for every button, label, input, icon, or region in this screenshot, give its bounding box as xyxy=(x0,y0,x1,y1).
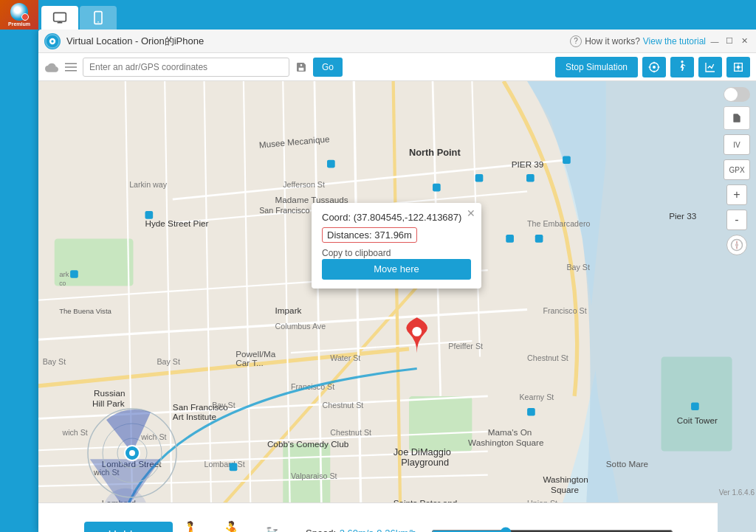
save-icon[interactable] xyxy=(294,60,309,75)
svg-rect-114 xyxy=(327,160,335,168)
coord-label: Coord: xyxy=(322,212,351,223)
target-mode-button[interactable] xyxy=(642,57,666,77)
maximize-button[interactable]: ☐ xyxy=(724,35,735,47)
svg-text:San Francisco: San Francisco xyxy=(259,206,309,215)
walk-mode-button[interactable]: 🚶 xyxy=(179,520,205,532)
jump-mode-button[interactable] xyxy=(726,57,750,77)
app-icon xyxy=(44,33,61,49)
svg-text:PIER 39: PIER 39 xyxy=(512,159,544,169)
svg-point-7 xyxy=(51,40,53,42)
run-mode-button[interactable]: 🏃 xyxy=(219,520,245,532)
gpx-label: GPX xyxy=(729,166,744,174)
svg-text:Columbus Ave: Columbus Ave xyxy=(275,322,326,331)
walk-icon: 🚶 xyxy=(179,520,205,532)
go-button[interactable]: Go xyxy=(313,58,343,77)
help-section[interactable]: ? How it works? View the tutorial xyxy=(570,35,706,47)
svg-text:Bay St: Bay St xyxy=(566,263,589,272)
help-text: How it works? xyxy=(585,36,640,46)
svg-point-17 xyxy=(681,61,683,63)
tutorial-link[interactable]: View the tutorial xyxy=(643,36,706,46)
svg-text:Bay St: Bay St xyxy=(157,357,180,366)
svg-rect-116 xyxy=(526,174,535,182)
popup-distance: Distances: 371.96m xyxy=(322,227,417,243)
svg-text:Pfeiffer St: Pfeiffer St xyxy=(448,342,483,350)
route-mode-button[interactable] xyxy=(698,57,722,77)
speed-ms: 2.60m/s xyxy=(340,528,374,533)
minimize-button[interactable]: — xyxy=(709,35,721,47)
popup-close-button[interactable]: ✕ xyxy=(467,207,475,219)
speed-slider[interactable] xyxy=(431,527,673,533)
zoom-in-button[interactable]: + xyxy=(726,184,747,205)
heading-circle xyxy=(84,405,180,501)
stop-simulation-button[interactable]: Stop Simulation xyxy=(555,57,638,77)
svg-text:Water St: Water St xyxy=(330,353,360,362)
run-icon: 🏃 xyxy=(219,520,245,532)
svg-text:Bay St: Bay St xyxy=(43,357,66,366)
svg-text:Chestnut St: Chestnut St xyxy=(527,353,568,362)
file-button[interactable] xyxy=(724,106,750,130)
svg-rect-126 xyxy=(691,402,699,410)
svg-text:ark: ark xyxy=(59,270,69,278)
gpx-button[interactable]: GPX xyxy=(724,159,750,180)
svg-point-112 xyxy=(412,327,422,336)
svg-text:Jefferson St: Jefferson St xyxy=(283,180,325,189)
svg-text:Bay St: Bay St xyxy=(212,401,235,410)
hold-on-button[interactable]: Hold on xyxy=(84,522,173,532)
premium-badge: Premium xyxy=(0,0,38,30)
tab-device[interactable] xyxy=(80,6,117,30)
svg-text:Coit Tower: Coit Tower xyxy=(677,415,718,425)
svg-text:The Buena Vista: The Buena Vista xyxy=(59,307,111,315)
close-button[interactable]: ✕ xyxy=(738,35,750,47)
move-here-button[interactable]: Move here xyxy=(322,259,471,280)
bike-mode-button[interactable]: 🚲 xyxy=(260,521,284,532)
svg-text:Cobb's Comedy Club: Cobb's Comedy Club xyxy=(267,439,349,449)
svg-text:The Embarcadero: The Embarcadero xyxy=(527,219,590,228)
popup-coordinate: Coord: (37.804545,-122.413687) xyxy=(322,212,471,223)
svg-rect-24 xyxy=(409,396,472,452)
svg-rect-125 xyxy=(527,408,535,416)
compass-button[interactable] xyxy=(726,235,747,255)
iv-label: IV xyxy=(733,141,740,149)
svg-point-18 xyxy=(737,66,740,69)
svg-text:co: co xyxy=(59,280,66,287)
window-title: Virtual Location - Orion的iPhone xyxy=(66,35,204,48)
coord-value: (37.804545,-122.413687) xyxy=(354,212,462,223)
svg-text:Francisco St: Francisco St xyxy=(543,306,586,315)
svg-point-12 xyxy=(653,66,656,69)
svg-text:Kearny St: Kearny St xyxy=(519,393,554,401)
location-popup: ✕ Coord: (37.804545,-122.413687) Distanc… xyxy=(312,203,481,289)
svg-text:Valparaiso St: Valparaiso St xyxy=(291,471,337,480)
svg-text:Joe DiMaggio: Joe DiMaggio xyxy=(394,446,451,457)
search-input[interactable] xyxy=(83,58,289,77)
map-area[interactable]: Musee Mecanique North Point PIER 39 Pier… xyxy=(38,81,756,532)
svg-text:Russian: Russian xyxy=(94,388,125,398)
walk-mode-button[interactable] xyxy=(670,57,694,77)
title-bar: Virtual Location - Orion的iPhone ? How it… xyxy=(38,30,756,53)
svg-rect-115 xyxy=(475,174,484,182)
toggle-knob xyxy=(724,88,738,101)
list-icon[interactable] xyxy=(63,60,78,75)
svg-text:Car T...: Car T... xyxy=(236,358,264,367)
svg-text:Chestnut St: Chestnut St xyxy=(323,401,364,410)
svg-text:Sotto Mare: Sotto Mare xyxy=(606,459,648,469)
svg-text:Square: Square xyxy=(551,485,579,494)
cloud-icon[interactable] xyxy=(44,60,59,75)
svg-text:Impark: Impark xyxy=(275,305,302,315)
zoom-out-button[interactable]: - xyxy=(726,210,747,230)
speed-label: Speed: xyxy=(306,528,336,533)
svg-text:Powell/Ma: Powell/Ma xyxy=(236,349,276,359)
copy-clipboard-link[interactable]: Copy to clipboard xyxy=(322,248,391,258)
svg-text:Pier 33: Pier 33 xyxy=(669,211,696,221)
svg-text:Hyde Street Pier: Hyde Street Pier xyxy=(145,218,208,228)
svg-rect-0 xyxy=(54,13,66,21)
iv-button[interactable]: IV xyxy=(724,134,750,155)
svg-point-4 xyxy=(97,21,99,23)
svg-rect-124 xyxy=(230,463,238,471)
toggle-switch[interactable] xyxy=(724,87,750,102)
tab-screen[interactable] xyxy=(41,6,78,30)
svg-rect-119 xyxy=(506,235,514,243)
speed-display: Speed: 2.60m/s 9.36km/h xyxy=(306,526,416,533)
svg-text:Larkin way: Larkin way xyxy=(129,180,168,189)
svg-rect-118 xyxy=(433,184,441,192)
svg-text:Washington: Washington xyxy=(543,474,588,484)
